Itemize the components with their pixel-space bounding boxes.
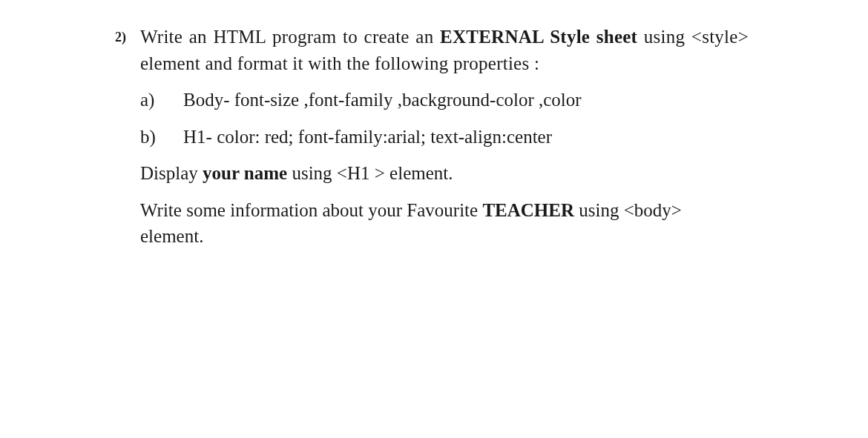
note-display-name: Display your name using <H1 > element.: [140, 160, 749, 187]
sub-item-b: b)H1- color: red; font-family:arial; tex…: [140, 124, 749, 150]
question-content: Write an HTML program to create an EXTER…: [140, 24, 749, 250]
note1-post: using <H1 > element.: [287, 163, 453, 183]
note2-bold: TEACHER: [482, 200, 574, 220]
sub-item-a-text: Body- font-size ,font-family ,background…: [183, 90, 582, 110]
note2-pre: Write some information about your Favour…: [140, 200, 482, 220]
question-number: 2): [115, 24, 140, 47]
prompt-text-pre: Write an HTML program to create an: [140, 27, 440, 47]
prompt-bold-external: EXTERNAL Style sheet: [440, 27, 637, 47]
question-prompt: Write an HTML program to create an EXTER…: [140, 24, 749, 76]
sub-item-b-text: H1- color: red; font-family:arial; text-…: [183, 127, 552, 147]
sub-item-a: a)Body- font-size ,font-family ,backgrou…: [140, 87, 749, 113]
sub-item-b-label: b): [140, 124, 183, 150]
note1-bold: your name: [203, 163, 287, 183]
note-teacher: Write some information about your Favour…: [140, 197, 749, 250]
note1-pre: Display: [140, 163, 203, 183]
sub-item-a-label: a): [140, 87, 183, 113]
question-block: 2) Write an HTML program to create an EX…: [115, 24, 753, 250]
